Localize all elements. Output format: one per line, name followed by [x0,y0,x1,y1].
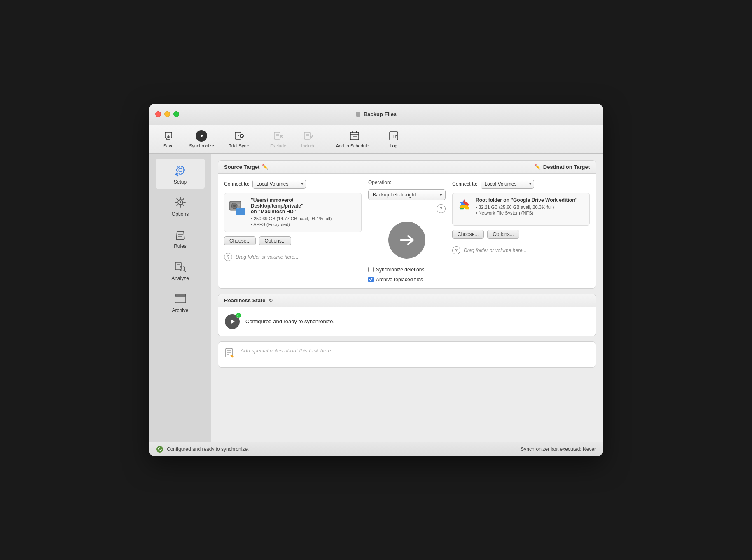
svg-rect-44 [238,204,240,205]
synchronize-icon [196,130,207,142]
dest-target-header: ✏️ Destination Target [452,161,596,174]
dest-help-icon[interactable]: ? [452,246,460,254]
sidebar-item-setup[interactable]: Setup [156,159,205,189]
status-sync-icon [156,446,163,453]
source-edit-icon[interactable]: ✏️ [262,164,268,170]
setup-label: Setup [174,179,187,185]
dest-volume-stat1: • 32.21 GB (25.66 GB avail, 20.3% full) [476,205,585,210]
source-connect-select[interactable]: Local Volumes [252,180,306,189]
operation-select-wrapper[interactable]: Backup Left-to-right [368,189,446,200]
dest-connect-select[interactable]: Local Volumes [481,180,534,189]
operation-select[interactable]: Backup Left-to-right [368,189,446,200]
dest-connect-select-wrapper[interactable]: Local Volumes [481,180,534,189]
dest-options-button[interactable]: Options... [487,230,519,239]
sync-deletions-label: Synchronize deletions [376,267,424,273]
dest-choose-button[interactable]: Choose... [452,230,484,239]
analyze-label: Analyze [171,275,189,281]
svg-line-34 [184,270,186,272]
options-icon [174,195,187,210]
source-drag-area: ? Drag folder or volume here... [224,250,362,264]
svg-marker-50 [459,205,469,208]
svg-point-29 [180,201,181,203]
archive-replaced-checkbox[interactable] [368,277,374,282]
dest-volume-stat2: • Network File System (NFS) [476,210,585,215]
svg-point-43 [233,205,236,207]
readiness-message: Configured and ready to synchronize. [245,318,334,324]
exclude-button[interactable]: Exclude [264,128,293,151]
content-area: Source Target ✏️ ✏️ Destination Target [211,154,603,442]
svg-rect-3 [357,115,359,115]
schedule-label: Add to Schedule... [336,143,373,148]
svg-rect-1 [357,113,360,113]
notes-placeholder[interactable]: Add special notes about this task here..… [241,348,336,354]
sync-deletions-checkbox[interactable] [368,267,374,272]
sidebar-item-analyze[interactable]: Analyze [156,255,205,285]
toolbar-sep-1 [260,131,260,147]
targets-section: Source Target ✏️ ✏️ Destination Target [218,160,596,289]
source-volume-name: "Users/immovero/Desktop/temp/private"on … [251,197,357,215]
readiness-status-icon: ✓ [225,314,240,329]
archive-replaced-row: Archive replaced files [368,277,446,282]
include-button[interactable]: Include [294,128,322,151]
synchronize-label: Synchronize [189,143,214,148]
dest-drag-area: ? Drag folder or volume here... [452,243,590,258]
dest-volume-name: Root folder on "Google Drive Work editio… [476,197,585,203]
traffic-lights [155,111,179,117]
log-icon: In [388,130,399,142]
include-label: Include [301,143,315,148]
schedule-icon [349,130,360,142]
readiness-refresh-icon[interactable]: ↻ [269,297,273,303]
targets-body: Connect to: Local Volumes [218,174,596,288]
add-to-schedule-button[interactable]: Add to Schedule... [329,128,380,151]
notes-icon [224,348,236,362]
trial-sync-button[interactable]: Trial Sync. [222,128,257,151]
svg-rect-2 [357,114,360,114]
svg-text:In: In [392,134,397,140]
source-target-header: Source Target ✏️ [218,161,362,174]
sidebar-item-archive[interactable]: Archive [156,287,205,317]
svg-marker-51 [231,319,235,324]
svg-point-26 [179,168,182,172]
sync-deletions-row: Synchronize deletions [368,267,446,273]
statusbar-last-executed: Synchronizer last executed: Never [521,446,596,452]
window-title: Backup Files [355,111,397,117]
sidebar: Setup Options [149,154,211,442]
sidebar-item-options[interactable]: Options [156,191,205,221]
source-choose-button[interactable]: Choose... [224,236,256,245]
dest-volume-info: Root folder on "Google Drive Work editio… [452,193,590,226]
svg-rect-20 [352,131,353,133]
log-button[interactable]: In Log [381,128,406,151]
dest-edit-icon[interactable]: ✏️ [535,164,541,170]
dest-volume-details: Root folder on "Google Drive Work editio… [476,197,585,216]
synchronize-button[interactable]: Synchronize [182,128,221,151]
source-volume-info: "Users/immovero/Desktop/temp/private"on … [224,193,362,232]
svg-rect-18 [350,132,359,140]
source-target-title: Source Target [224,164,259,170]
dest-target-panel: Connect to: Local Volumes [452,180,590,282]
save-button[interactable]: Save [156,128,181,151]
sidebar-item-rules[interactable]: Rules [156,223,205,253]
maximize-button[interactable] [173,111,179,117]
source-help-icon[interactable]: ? [224,253,232,261]
readiness-body: ✓ Configured and ready to synchronize. [218,307,596,336]
source-connect-label: Connect to: [224,181,249,187]
archive-icon [174,291,187,306]
close-button[interactable] [155,111,161,117]
rules-label: Rules [174,243,187,249]
toolbar: Save Synchronize [149,125,603,154]
operation-label: Operation: [368,180,446,185]
save-icon [163,130,174,142]
dest-target-title: Destination Target [543,164,590,170]
exclude-icon [273,130,284,142]
source-volume-stat2: • APFS (Encrypted) [251,222,357,227]
google-drive-icon [457,197,472,212]
toolbar-sep-2 [326,131,326,147]
source-options-button[interactable]: Options... [259,236,291,245]
include-icon [303,130,314,142]
direction-arrow [388,222,425,259]
dest-drag-hint: Drag folder or volume here... [464,247,527,253]
minimize-button[interactable] [164,111,170,117]
source-connect-select-wrapper[interactable]: Local Volumes [252,180,306,189]
titlebar: Backup Files [149,104,603,125]
operation-help-icon[interactable]: ? [437,204,446,213]
